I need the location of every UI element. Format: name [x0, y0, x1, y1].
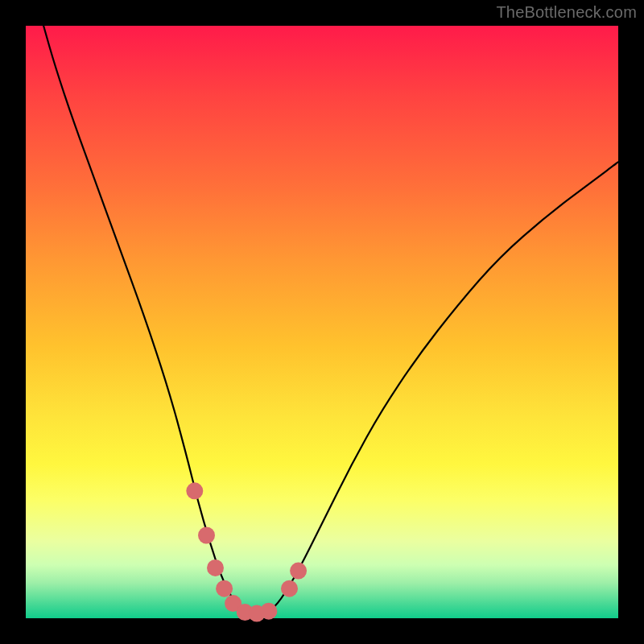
curve-marker	[290, 563, 307, 580]
chart-svg	[26, 26, 618, 618]
plot-area	[26, 26, 618, 618]
bottleneck-curve	[43, 26, 618, 614]
chart-frame: TheBottleneck.com	[0, 0, 644, 644]
curve-marker	[216, 580, 233, 597]
watermark-text: TheBottleneck.com	[496, 3, 637, 22]
curve-marker	[281, 580, 298, 597]
curve-marker	[207, 559, 224, 576]
curve-marker	[198, 527, 215, 544]
curve-marker	[186, 482, 203, 499]
curve-marker	[260, 603, 277, 620]
marker-cluster-left	[186, 482, 277, 621]
